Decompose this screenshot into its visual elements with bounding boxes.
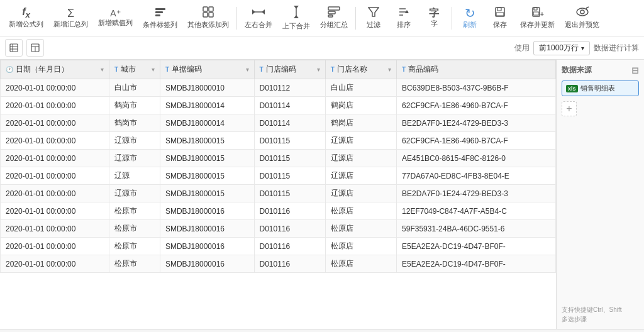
condition-tag-button[interactable]: 条件标签列: [139, 5, 181, 31]
svg-line-31: [586, 8, 587, 11]
table-cell: BC639DE8-B503-437C-9B6B-F: [397, 79, 556, 97]
add-summary-col-button[interactable]: Σ 新增汇总列: [50, 6, 92, 30]
table-cell: 鹤岗市: [109, 114, 160, 132]
split-view-btn[interactable]: [26, 39, 44, 57]
merge-lr-icon: [252, 6, 265, 19]
col-doc-code[interactable]: T 单据编码 ▾: [160, 60, 254, 79]
table-cell: 2020-01-01 00:00:00: [1, 114, 109, 132]
add-formula-col-button[interactable]: fx 新增公式列: [5, 6, 47, 31]
clock-icon: 🕐: [6, 66, 13, 73]
table-header-row: 🕐 日期（年月日） ▾ T 城市 ▾: [1, 60, 556, 79]
table-row: 2020-01-01 00:00:00辽源SMDBJ18000015D01011…: [1, 167, 556, 185]
condition-tag-label: 条件标签列: [143, 20, 177, 30]
add-value-col-button[interactable]: A⁺ 新增赋值列: [94, 8, 136, 29]
table-cell: 松原市: [109, 255, 160, 273]
col-product-code[interactable]: T 商品编码: [397, 60, 556, 79]
svg-rect-4: [209, 7, 213, 11]
svg-marker-9: [262, 9, 265, 14]
sort-arrow-city: ▾: [152, 66, 155, 73]
merge-lr-button[interactable]: 左右合并: [241, 5, 276, 31]
table-cell: 松原市: [109, 220, 160, 238]
table-cell: 59F35931-24BA-46DC-9551-6: [397, 220, 556, 238]
table-cell: SMDBJ18000014: [160, 97, 254, 114]
table-cell: SMDBJ18000016: [160, 202, 254, 220]
col-store-name[interactable]: T 门店名称 ▾: [325, 60, 396, 79]
table-cell: D010115: [254, 185, 325, 202]
data-source-item[interactable]: xls 销售明细表: [562, 80, 639, 96]
filter-button[interactable]: 过滤: [360, 5, 387, 31]
add-other-col-button[interactable]: 其他表添加列: [184, 5, 233, 31]
table-row: 2020-01-01 00:00:00辽源市SMDBJ18000015D0101…: [1, 185, 556, 202]
table-cell: 2020-01-01 00:00:00: [1, 167, 109, 185]
plus-icon: +: [566, 103, 572, 114]
sort-arrow-date: ▾: [101, 66, 104, 73]
col-city[interactable]: T 城市 ▾: [109, 60, 160, 79]
group-icon: [328, 6, 340, 19]
table-cell: 辽源店: [325, 167, 396, 185]
add-source-button[interactable]: +: [562, 101, 577, 116]
refresh-button[interactable]: ↻ 刷新: [456, 6, 484, 31]
save-button[interactable]: 保存: [486, 5, 514, 31]
table-cell: D010115: [254, 150, 325, 167]
table-cell: SMDBJ18000016: [160, 220, 254, 238]
table-cell: 2020-01-01 00:00:00: [1, 255, 109, 273]
table-cell: 鹤岗店: [325, 114, 396, 132]
svg-text:+: +: [540, 11, 544, 18]
condition-icon: [155, 6, 166, 19]
sort-button[interactable]: 排序: [390, 5, 418, 31]
table-cell: 2020-01-01 00:00:00: [1, 238, 109, 255]
table-cell: D010116: [254, 220, 325, 238]
col-date[interactable]: 🕐 日期（年月日） ▾: [1, 60, 109, 79]
save-label: 保存: [493, 20, 507, 30]
svg-rect-14: [328, 11, 335, 14]
panel-collapse-icon[interactable]: ⊟: [631, 65, 639, 75]
table-cell: 辽源市: [109, 150, 160, 167]
svg-rect-13: [328, 7, 340, 10]
save-icon: [494, 6, 506, 19]
add-summary-col-label: 新增汇总列: [53, 19, 88, 29]
table-cell: BE2DA7F0-1E24-4729-BED3-3: [397, 185, 556, 202]
table-cell: SMDBJ18000010: [160, 79, 254, 97]
table-cell: SMDBJ18000014: [160, 114, 254, 132]
table-cell: 辽源店: [325, 150, 396, 167]
sigma-icon: Σ: [67, 8, 74, 19]
exit-preview-label: 退出并预览: [565, 20, 599, 30]
table-cell: D010116: [254, 238, 325, 255]
table-cell: D010112: [254, 79, 325, 97]
table-row: 2020-01-01 00:00:00松原市SMDBJ18000016D0101…: [1, 220, 556, 238]
t-icon-store-name: T: [331, 66, 335, 73]
merge-tb-button[interactable]: 上下合并: [279, 4, 314, 32]
group-summary-button[interactable]: 分组汇总: [316, 5, 352, 31]
refresh-icon: ↻: [465, 7, 475, 19]
sort-arrow-store-name: ▾: [388, 66, 391, 73]
exit-preview-button[interactable]: 退出并预览: [561, 5, 603, 31]
table-cell: SMDBJ18000016: [160, 255, 254, 273]
table-row: 2020-01-01 00:00:00辽源市SMDBJ18000015D0101…: [1, 150, 556, 167]
table-cell: SMDBJ18000016: [160, 238, 254, 255]
table-cell: 松原店: [325, 220, 396, 238]
svg-rect-5: [203, 13, 208, 17]
shortcut-text: 支持快捷键Ctrl、Shift多选步骤: [562, 306, 622, 323]
bottom-bar: 显示前 5,000 条数据 /50 ▲ ▼: [0, 329, 644, 332]
svg-rect-23: [496, 13, 504, 16]
table-cell: 辽源市: [109, 132, 160, 150]
add-formula-col-label: 新增公式列: [9, 19, 43, 29]
table-cell: D010114: [254, 114, 325, 132]
table-cell: 松原市: [109, 238, 160, 255]
table-cell: SMDBJ18000015: [160, 132, 254, 150]
addcol-icon: [203, 6, 214, 19]
svg-point-29: [580, 10, 584, 14]
table-body: 2020-01-01 00:00:00白山市SMDBJ18000010D0101…: [1, 79, 556, 273]
col-store-code[interactable]: T 门店编码 ▾: [254, 60, 325, 79]
table-cell: 鹤岗店: [325, 97, 396, 114]
field-button[interactable]: 字 字: [420, 7, 448, 30]
save-update-button[interactable]: + 保存并更新: [516, 5, 558, 31]
table-view-btn[interactable]: [5, 39, 23, 57]
svg-rect-2: [155, 14, 160, 16]
table-cell: D010115: [254, 167, 325, 185]
usage-label: 使用: [514, 43, 530, 53]
table-cell: SMDBJ18000015: [160, 185, 254, 202]
usage-rows-select[interactable]: 前1000万行 ▾: [533, 41, 590, 55]
source-name: 销售明细表: [580, 84, 615, 93]
table-cell: 2020-01-01 00:00:00: [1, 150, 109, 167]
